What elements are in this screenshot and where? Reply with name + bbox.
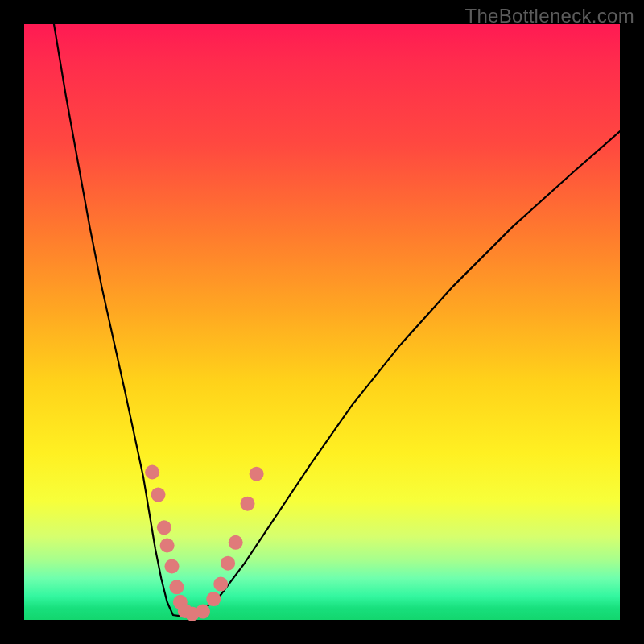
sample-points (145, 465, 264, 621)
sample-point (213, 577, 228, 592)
sample-point (221, 556, 235, 571)
sample-point (229, 535, 243, 550)
curve-layer (24, 24, 620, 620)
watermark-text: TheBottleneck.com (464, 5, 634, 27)
sample-point (160, 539, 175, 553)
sample-point (145, 465, 159, 480)
chart-frame: TheBottleneck.com (0, 0, 644, 644)
sample-point (241, 497, 255, 511)
sample-point (169, 580, 184, 594)
sample-point (206, 592, 221, 606)
sample-point (196, 605, 210, 619)
sample-point (151, 488, 166, 502)
sample-point (165, 559, 180, 573)
plot-area (24, 24, 620, 620)
bottleneck-curve (54, 24, 620, 617)
sample-point (157, 520, 171, 535)
sample-point (250, 467, 264, 481)
